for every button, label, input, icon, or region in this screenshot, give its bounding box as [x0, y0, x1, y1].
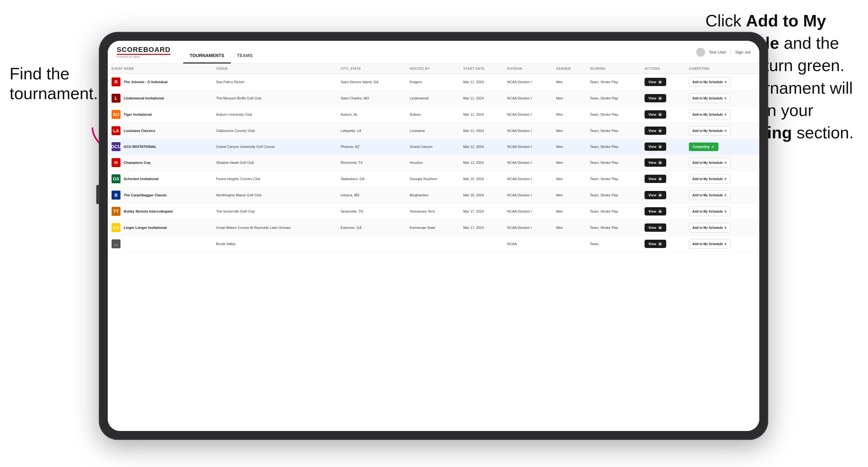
view-button[interactable]: View ◉ — [645, 191, 666, 199]
view-button[interactable]: View ◉ — [645, 207, 666, 216]
competing-button[interactable]: Competing ✓ — [689, 143, 718, 151]
col-actions: ACTIONS — [641, 64, 685, 74]
view-icon: ◉ — [658, 242, 662, 246]
view-button[interactable]: View ◉ — [645, 110, 666, 119]
division-cell: NCAA — [503, 236, 552, 252]
competing-cell: Add to My Schedule + — [685, 171, 759, 187]
view-button[interactable]: View ◉ — [645, 143, 666, 151]
competing-cell: Add to My Schedule + — [685, 187, 759, 204]
add-to-schedule-button[interactable]: Add to My Schedule + — [689, 190, 730, 200]
view-icon: ◉ — [658, 160, 662, 165]
add-schedule-label: Add to My Schedule — [692, 80, 723, 84]
event-name-cell: ... — [108, 236, 212, 252]
view-button[interactable]: View ◉ — [645, 158, 666, 167]
tab-teams[interactable]: TEAMS — [231, 41, 259, 63]
start-date-cell: Mar 16, 2024 — [459, 187, 503, 204]
team-logo: B — [112, 191, 121, 199]
view-button[interactable]: View ◉ — [645, 175, 666, 183]
actions-cell: View ◉ — [641, 74, 685, 90]
view-button[interactable]: View ◉ — [645, 127, 666, 135]
plus-icon: + — [724, 192, 727, 198]
actions-cell: View ◉ — [641, 155, 685, 171]
team-logo: H — [112, 158, 121, 167]
hosted-by-cell: Binghamton — [406, 187, 459, 204]
header-right: Test User | Sign out — [696, 48, 750, 57]
gender-cell: Men — [552, 90, 586, 106]
add-schedule-label: Add to My Schedule — [692, 97, 723, 100]
col-hosted-by: HOSTED BY — [406, 64, 459, 74]
table-row: TT Bobby Nichols Intercollegiate The Sev… — [108, 204, 759, 220]
add-to-schedule-button[interactable]: Add to My Schedule + — [689, 239, 730, 249]
event-name: Schenkel Invitational — [124, 177, 158, 181]
nav-tabs: TOURNAMENTS TEAMS — [183, 41, 259, 63]
event-name-cell: H Champions Cup — [108, 155, 212, 171]
add-schedule-label: Add to My Schedule — [692, 193, 723, 197]
scoring-cell: Team, Stroke Play — [586, 123, 641, 139]
event-name: The Johnnie - O Individual — [124, 80, 168, 84]
table-row: AU Tiger Invitational Auburn University … — [108, 106, 759, 123]
scoring-cell: Team, Stroke Play — [586, 106, 641, 123]
plus-icon: + — [724, 160, 727, 165]
table-row: LA Louisiana Classics Oakbourne Country … — [108, 123, 759, 139]
add-to-schedule-button[interactable]: Add to My Schedule + — [689, 158, 730, 167]
city-state-cell: Richmond, TX — [337, 155, 406, 171]
competing-cell: Add to My Schedule + — [685, 123, 759, 139]
add-to-schedule-button[interactable]: Add to My Schedule + — [689, 110, 730, 119]
gender-cell: Men — [552, 74, 586, 90]
tournaments-table: EVENT NAME VENUE CITY, STATE HOSTED BY S… — [108, 64, 759, 252]
scoring-cell: Team, Stroke Play — [586, 155, 641, 171]
view-button[interactable]: View ◉ — [645, 94, 666, 102]
gender-cell: Men — [552, 139, 586, 155]
view-button[interactable]: View ◉ — [645, 240, 666, 248]
add-to-schedule-button[interactable]: Add to My Schedule + — [689, 174, 730, 184]
actions-cell: View ◉ — [641, 106, 685, 123]
add-to-schedule-button[interactable]: Add to My Schedule + — [689, 126, 730, 135]
view-icon: ◉ — [658, 209, 662, 214]
start-date-cell: Mar 12, 2024 — [459, 139, 503, 155]
view-button[interactable]: View ◉ — [645, 78, 666, 86]
view-button[interactable]: View ◉ — [645, 223, 666, 232]
team-logo: GCU — [112, 142, 121, 151]
team-logo: L — [112, 94, 121, 103]
actions-cell: View ◉ — [641, 90, 685, 106]
col-division: DIVISION — [503, 64, 552, 74]
team-logo: GS — [112, 175, 121, 183]
event-name-cell: LA Louisiana Classics — [108, 123, 212, 139]
add-to-schedule-button[interactable]: Add to My Schedule + — [689, 93, 730, 103]
event-name-cell: GS Schenkel Invitational — [108, 171, 212, 187]
hosted-by-cell: Grand Canyon — [406, 139, 459, 155]
gender-cell: Men — [552, 204, 586, 220]
city-state-cell: Saint Simons Island, GA — [337, 74, 406, 90]
venue-cell: The Missouri Bluffs Golf Club — [212, 90, 337, 106]
city-state-cell: Phoenix, AZ — [337, 139, 406, 155]
scoring-cell: Team, Stroke Play — [586, 139, 641, 155]
city-state-cell: Auburn, AL — [337, 106, 406, 123]
col-event-name: EVENT NAME — [108, 64, 212, 74]
event-name-cell: L Lindenwood Invitational — [108, 90, 212, 106]
actions-cell: View ◉ — [641, 236, 685, 252]
competing-cell: Add to My Schedule + — [685, 220, 759, 236]
event-name: Bobby Nichols Intercollegiate — [124, 210, 173, 213]
gender-cell: Men — [552, 123, 586, 139]
plus-icon: + — [724, 128, 727, 133]
add-to-schedule-button[interactable]: Add to My Schedule + — [689, 207, 730, 216]
event-name: Tiger Invitational — [124, 113, 152, 116]
hosted-by-cell: Houston — [406, 155, 459, 171]
avatar — [696, 48, 705, 57]
start-date-cell: Mar 11, 2024 — [459, 74, 503, 90]
plus-icon: + — [724, 176, 727, 181]
venue-cell: Grand Canyon University Golf Course — [212, 139, 337, 155]
gender-cell: Men — [552, 187, 586, 204]
start-date-cell: Mar 11, 2024 — [459, 106, 503, 123]
add-schedule-label: Add to My Schedule — [692, 177, 723, 181]
venue-cell: Brook Valley — [212, 236, 337, 252]
start-date-cell: Mar 11, 2024 — [459, 90, 503, 106]
add-to-schedule-button[interactable]: Add to My Schedule + — [689, 77, 730, 87]
add-schedule-label: Add to My Schedule — [692, 226, 723, 229]
table-container: EVENT NAME VENUE CITY, STATE HOSTED BY S… — [108, 64, 759, 431]
tab-tournaments[interactable]: TOURNAMENTS — [183, 41, 231, 63]
add-to-schedule-button[interactable]: Add to My Schedule + — [689, 223, 730, 232]
start-date-cell — [459, 236, 503, 252]
sign-out-link[interactable]: Sign out — [735, 50, 750, 55]
table-row: L Lindenwood Invitational The Missouri B… — [108, 90, 759, 106]
